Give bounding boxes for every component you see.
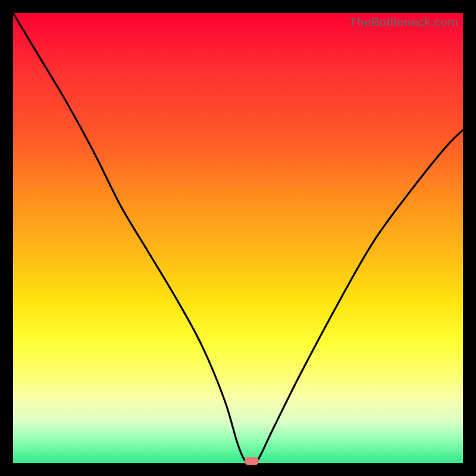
bottleneck-curve [13,13,463,463]
plot-area: TheBottleneck.com [13,13,463,463]
chart-frame: TheBottleneck.com [0,0,476,476]
optimum-marker [245,457,259,465]
